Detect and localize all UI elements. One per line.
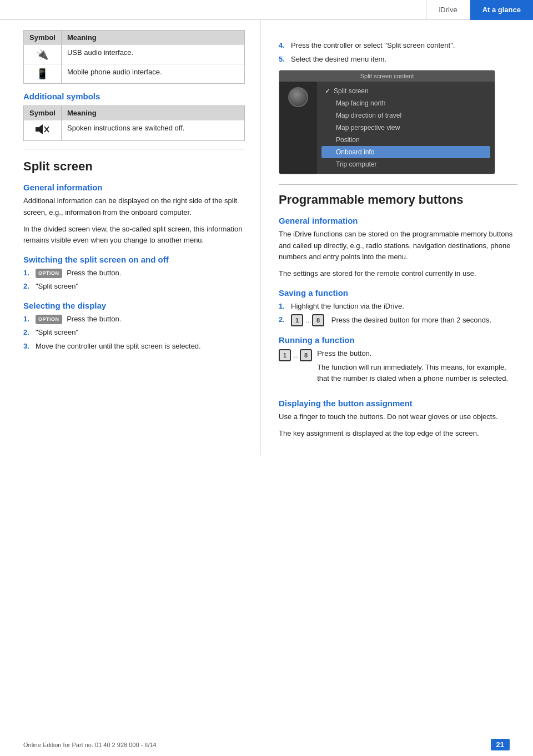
symbol-cell: 📱 bbox=[24, 64, 62, 84]
running-text2: The function will run immediately. This … bbox=[317, 362, 517, 384]
tab-at-a-glance-label: At a glance bbox=[482, 6, 521, 14]
selecting-section: Selecting the display 1. OPTION Press th… bbox=[23, 301, 245, 352]
split-screen-body: ✓ Split screen Map facing north Map dire… bbox=[279, 82, 495, 174]
steps-continued: 4. Press the controller or select "Split… bbox=[279, 40, 517, 64]
tab-idrive-label: iDrive bbox=[439, 6, 457, 14]
divider-right bbox=[279, 184, 517, 185]
programmable-heading: Programmable memory buttons bbox=[279, 193, 517, 207]
additional-symbols-table: Symbol Meaning Spoken instr bbox=[23, 105, 245, 141]
split-general-info-text1: Additional information can be displayed … bbox=[23, 195, 245, 218]
table-row: 🔌 USB audio interface. bbox=[24, 45, 245, 64]
split-screen-menu: ✓ Split screen Map facing north Map dire… bbox=[317, 82, 495, 174]
page-header: iDrive At a glance bbox=[0, 0, 533, 20]
selecting-heading: Selecting the display bbox=[23, 301, 245, 310]
list-item: 4. Press the controller or select "Split… bbox=[279, 40, 517, 51]
saving-steps: 1. Highlight the function via the iDrive… bbox=[279, 301, 517, 327]
menu-item-split-screen: ✓ Split screen bbox=[325, 85, 487, 97]
list-item: 2. "Split screen" bbox=[23, 327, 245, 338]
col-meaning-header: Meaning bbox=[61, 106, 244, 120]
run-btn-8: 8 bbox=[300, 349, 312, 361]
mem-btn-1: 1 bbox=[291, 314, 303, 326]
running-text1: Press the button. bbox=[317, 348, 517, 359]
list-item: 1. Highlight the function via the iDrive… bbox=[279, 301, 517, 312]
additional-symbols-heading: Additional symbols bbox=[23, 92, 245, 101]
tab-at-a-glance[interactable]: At a glance bbox=[470, 0, 533, 20]
running-content: 1 ... 8 Press the button. The function w… bbox=[279, 348, 517, 389]
table-row: 📱 Mobile phone audio interface. bbox=[24, 64, 245, 84]
divider bbox=[23, 149, 245, 149]
table-row: Spoken instructions are switched off. bbox=[24, 120, 245, 141]
symbol-cell: 🔌 bbox=[24, 45, 62, 64]
list-item: 1. OPTION Press the button. bbox=[23, 314, 245, 325]
footer-copyright: Online Edition for Part no. 01 40 2 928 … bbox=[23, 742, 157, 748]
symbol-cell bbox=[24, 120, 62, 141]
list-item: 3. Move the controller until the split s… bbox=[23, 341, 245, 352]
mute-icon bbox=[35, 124, 49, 135]
col-meaning-header: Meaning bbox=[61, 31, 244, 45]
selecting-steps: 1. OPTION Press the button. 2. "Split sc… bbox=[23, 314, 245, 352]
running-buttons-icon: 1 ... 8 bbox=[279, 349, 314, 361]
meaning-cell: Mobile phone audio interface. bbox=[61, 64, 244, 84]
menu-item-trip-computer: Trip computer bbox=[325, 158, 487, 170]
tab-idrive[interactable]: iDrive bbox=[426, 0, 469, 20]
displaying-text1: Use a finger to touch the buttons. Do no… bbox=[279, 411, 517, 422]
list-item: 2. "Split screen" bbox=[23, 281, 245, 292]
running-heading: Running a function bbox=[279, 335, 517, 345]
left-column: Symbol Meaning 🔌 USB audio interface. 📱 … bbox=[0, 20, 261, 456]
svg-rect-0 bbox=[36, 127, 39, 132]
col-symbol-header: Symbol bbox=[24, 106, 62, 120]
mem-btn-8: 8 bbox=[312, 314, 324, 326]
option-button-icon: OPTION bbox=[36, 269, 62, 279]
run-btn-1: 1 bbox=[279, 349, 291, 361]
menu-item-map-perspective: Map perspective view bbox=[325, 122, 487, 134]
split-general-info-heading: General information bbox=[23, 183, 245, 192]
list-item: 5. Select the desired menu item. bbox=[279, 54, 517, 65]
switching-steps: 1. OPTION Press the button. 2. "Split sc… bbox=[23, 268, 245, 292]
prog-general-info-heading: General information bbox=[279, 216, 517, 225]
meaning-cell: USB audio interface. bbox=[61, 45, 244, 64]
controller-knob bbox=[288, 87, 308, 107]
header-tabs: iDrive At a glance bbox=[426, 0, 533, 20]
menu-item-map-north: Map facing north bbox=[325, 97, 487, 109]
split-screen-heading: Split screen bbox=[23, 159, 245, 174]
meaning-cell: Spoken instructions are switched off. bbox=[61, 120, 244, 141]
displaying-heading: Displaying the button assignment bbox=[279, 399, 517, 408]
menu-item-onboard-info: Onboard info bbox=[321, 146, 490, 158]
split-general-info-text2: In the divided screen view, the so-calle… bbox=[23, 224, 245, 246]
saving-heading: Saving a function bbox=[279, 288, 517, 298]
footer: Online Edition for Part no. 01 40 2 928 … bbox=[0, 739, 533, 750]
switching-section: Switching the split screen on and off 1.… bbox=[23, 255, 245, 292]
symbol-table-top: Symbol Meaning 🔌 USB audio interface. 📱 … bbox=[23, 30, 245, 84]
split-screen-controller bbox=[279, 82, 317, 174]
svg-marker-1 bbox=[39, 124, 43, 134]
memory-buttons-icon: 1 ... 8 bbox=[291, 314, 326, 326]
page-number-box: 21 bbox=[491, 739, 510, 750]
prog-general-info-text2: The settings are stored for the remote c… bbox=[279, 268, 517, 279]
list-item: 2. 1 ... 8 Press the desired button for … bbox=[279, 314, 517, 326]
switching-heading: Switching the split screen on and off bbox=[23, 255, 245, 264]
option-button-icon2: OPTION bbox=[36, 315, 62, 325]
menu-item-map-direction: Map direction of travel bbox=[325, 109, 487, 122]
col-symbol-header: Symbol bbox=[24, 31, 62, 45]
prog-general-info-text1: The iDrive functions can be stored on th… bbox=[279, 229, 517, 262]
split-screen-mockup: Split screen content ✓ Split screen Map … bbox=[279, 70, 495, 174]
right-column: 4. Press the controller or select "Split… bbox=[261, 20, 533, 456]
main-content: Symbol Meaning 🔌 USB audio interface. 📱 … bbox=[0, 20, 533, 456]
list-item: 1. OPTION Press the button. bbox=[23, 268, 245, 279]
menu-item-position: Position bbox=[325, 134, 487, 146]
displaying-text2: The key assignment is displayed at the t… bbox=[279, 428, 517, 439]
split-screen-title: Split screen content bbox=[279, 70, 495, 82]
